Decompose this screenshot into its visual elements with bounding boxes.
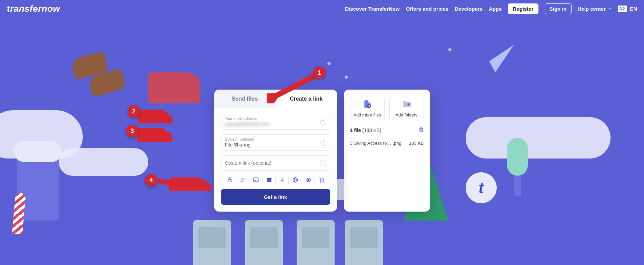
option-date[interactable] — [262, 177, 276, 184]
language-switcher[interactable]: A文 EN — [618, 6, 637, 12]
folder-plus-icon: + — [402, 100, 411, 111]
email-field-wrapper[interactable]: Your email address example@email.com ? — [221, 114, 330, 130]
annotation-marker-2: 2 — [128, 105, 140, 118]
annotation-arrow-2 — [138, 110, 172, 123]
email-input[interactable]: example@email.com — [225, 121, 318, 127]
calendar-icon — [266, 177, 272, 184]
lang-code: EN — [630, 6, 637, 12]
globe-icon — [292, 177, 298, 184]
signin-button[interactable]: Sign in — [545, 3, 572, 14]
svg-rect-6 — [268, 177, 268, 179]
help-icon[interactable]: ? — [320, 140, 326, 146]
svg-rect-7 — [270, 177, 270, 179]
transfer-tabs: Send files Create a link — [214, 90, 337, 108]
options-row — [221, 175, 330, 189]
tab-create-link[interactable]: Create a link — [276, 90, 337, 108]
delete-all-button[interactable] — [418, 127, 424, 133]
files-card: Add more files + Add folders 1 file (183… — [344, 90, 430, 212]
annotation-marker-3: 3 — [126, 125, 138, 137]
get-link-button[interactable]: Get a link — [221, 189, 330, 205]
tab-send-files[interactable]: Send files — [214, 90, 276, 108]
svg-point-1 — [243, 179, 245, 180]
file-size: 183 KB — [409, 141, 424, 146]
svg-point-0 — [241, 178, 243, 180]
eye-icon — [305, 177, 311, 184]
file-total-size: (183 KB) — [362, 128, 381, 133]
register-button[interactable]: Register — [508, 3, 538, 14]
transfer-card: Send files Create a link Your email addr… — [214, 90, 337, 212]
file-plus-icon — [363, 100, 372, 111]
brand-logo[interactable]: transfernow — [7, 3, 60, 14]
option-preview[interactable] — [302, 177, 315, 184]
option-security[interactable] — [223, 177, 236, 184]
svg-point-12 — [323, 182, 323, 182]
file-name: 5.Giving Access to e… — [350, 141, 392, 146]
annotation-arrow-3 — [137, 128, 172, 142]
option-shop[interactable] — [315, 177, 328, 184]
image-icon — [253, 177, 259, 184]
subject-label: Subject (optional) — [225, 137, 318, 141]
chevron-down-icon — [608, 6, 612, 12]
nav-offers[interactable]: Offers and prices — [406, 6, 448, 12]
add-files-label: Add more files — [353, 113, 382, 118]
option-contacts[interactable] — [236, 177, 249, 184]
help-icon[interactable]: ? — [320, 119, 326, 125]
file-ext: .png — [393, 141, 402, 146]
cart-icon — [318, 177, 325, 184]
help-label: Help center — [578, 6, 606, 12]
file-count: 1 file — [350, 128, 361, 133]
translate-icon: A文 — [618, 6, 627, 12]
annotation-marker-4: 4 — [145, 174, 157, 186]
download-icon — [279, 177, 285, 184]
annotation-arrow-4 — [156, 177, 211, 191]
file-item[interactable]: 5.Giving Access to e… .png 183 KB — [350, 141, 424, 146]
add-folders-button[interactable]: + Add folders — [389, 96, 424, 121]
subject-field-wrapper[interactable]: Subject (optional) ? — [221, 134, 330, 151]
unlock-icon — [227, 177, 233, 184]
help-center-menu[interactable]: Help center — [578, 6, 612, 12]
annotation-marker-1: 1 — [313, 67, 326, 79]
add-folders-label: Add folders — [392, 113, 422, 118]
users-icon — [240, 177, 246, 184]
nav-apps[interactable]: Apps — [489, 6, 502, 12]
subject-input[interactable] — [225, 141, 318, 147]
svg-rect-5 — [267, 178, 271, 179]
add-files-button[interactable]: Add more files — [350, 96, 385, 121]
email-label: Your email address — [225, 116, 318, 121]
svg-point-3 — [254, 179, 255, 180]
customlink-field-wrapper[interactable]: ? — [221, 155, 330, 171]
option-download[interactable] — [276, 177, 289, 184]
svg-text:+: + — [407, 102, 409, 106]
option-wallpaper[interactable] — [249, 177, 262, 184]
customlink-input[interactable] — [225, 158, 318, 168]
nav-developers[interactable]: Developers — [455, 6, 483, 12]
file-summary: 1 file (183 KB) — [350, 127, 424, 137]
help-icon[interactable]: ? — [320, 160, 326, 166]
svg-point-10 — [307, 179, 309, 181]
header: transfernow Discover TransferNow Offers … — [0, 0, 644, 17]
option-language[interactable] — [289, 177, 302, 184]
svg-point-11 — [320, 182, 321, 182]
nav-discover[interactable]: Discover TransferNow — [345, 6, 399, 12]
main-nav: Discover TransferNow Offers and prices D… — [345, 3, 637, 14]
trash-icon — [418, 128, 424, 133]
